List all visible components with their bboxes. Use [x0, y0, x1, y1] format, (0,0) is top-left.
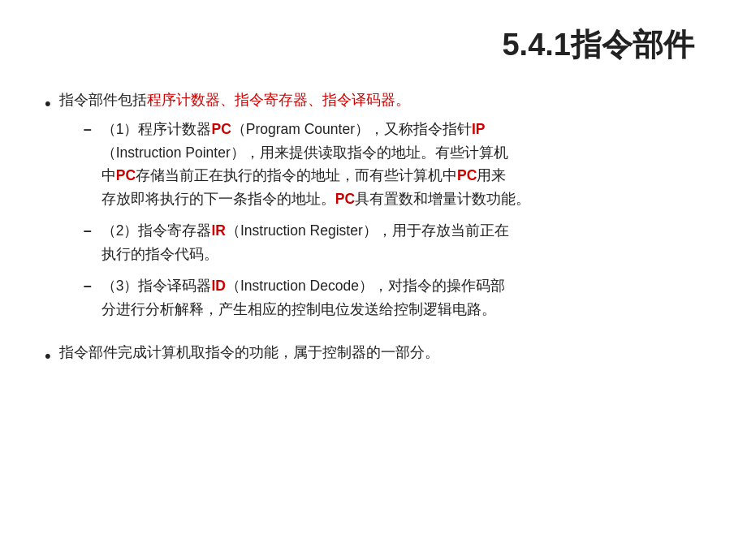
slide: 5.4.1指令部件 • 指令部件包括程序计数器、指令寄存器、指令译码器。 – （… — [0, 0, 747, 560]
sub3-id: ID — [211, 278, 226, 294]
bullet-dot-1: • — [45, 89, 51, 118]
bullet-text-1: 指令部件包括程序计数器、指令寄存器、指令译码器。 – （1）程序计数器PC（Pr… — [59, 88, 702, 330]
sub-text-2: （2）指令寄存器IR（Instruction Register），用于存放当前正… — [101, 219, 702, 266]
sub-dash-3: – — [84, 274, 92, 299]
bullet-item-2: • 指令部件完成计算机取指令的功能，属于控制器的一部分。 — [45, 341, 702, 371]
sub2-ir: IR — [211, 222, 226, 239]
sub1-pc: PC — [211, 121, 231, 137]
sub1-pc3: PC — [457, 167, 477, 183]
sub-dash-2: – — [84, 219, 92, 243]
sub-dash-1: – — [84, 118, 92, 142]
sub3-line1b: （Instruction Decode），对指令的操作码部 — [226, 278, 505, 294]
sub1-line4a: 存放即将执行的下一条指令的地址。 — [101, 191, 335, 207]
bullet-text-2: 指令部件完成计算机取指令的功能，属于控制器的一部分。 — [59, 341, 702, 365]
bullet1-highlight: 程序计数器、指令寄存器、指令译码器。 — [147, 92, 410, 108]
slide-title: 5.4.1指令部件 — [45, 24, 702, 66]
sub2-line1b: （Instruction Register），用于存放当前正在 — [226, 222, 509, 239]
bullet-dot-2: • — [45, 342, 51, 371]
bullet-item-1: • 指令部件包括程序计数器、指令寄存器、指令译码器。 – （1）程序计数器PC（… — [45, 88, 702, 330]
bullet1-prefix: 指令部件包括 — [59, 92, 147, 108]
sub1-ip: IP — [472, 121, 486, 137]
sub2-line2: 执行的指令代码。 — [101, 246, 218, 262]
sub-text-1: （1）程序计数器PC（Program Counter），又称指令指针IP （In… — [101, 118, 702, 212]
sub-items: – （1）程序计数器PC（Program Counter），又称指令指针IP （… — [84, 118, 702, 321]
sub1-line4b: 具有置数和增量计数功能。 — [355, 191, 530, 207]
sub1-line2: （Instruction Pointer），用来提供读取指令的地址。有些计算机 — [101, 144, 508, 161]
sub2-line1a: （2）指令寄存器 — [101, 222, 212, 239]
sub-item-3: – （3）指令译码器ID（Instruction Decode），对指令的操作码… — [84, 274, 702, 321]
sub-item-1: – （1）程序计数器PC（Program Counter），又称指令指针IP （… — [84, 118, 702, 212]
sub1-line3a: 中 — [101, 167, 116, 183]
sub1-line1-plain1: （1）程序计数器 — [101, 121, 212, 137]
sub1-line3b: 存储当前正在执行的指令的地址，而有些计算机中 — [136, 167, 457, 183]
sub-text-3: （3）指令译码器ID（Instruction Decode），对指令的操作码部 … — [101, 274, 702, 321]
sub1-line3c: 用来 — [477, 167, 506, 183]
sub3-line2: 分进行分析解释，产生相应的控制电位发送给控制逻辑电路。 — [101, 301, 496, 317]
sub1-pc4: PC — [335, 191, 355, 207]
sub1-pc2: PC — [116, 167, 136, 183]
sub-item-2: – （2）指令寄存器IR（Instruction Register），用于存放当… — [84, 219, 702, 266]
sub1-line1-plain2: （Program Counter），又称指令指针 — [231, 121, 472, 137]
sub3-line1a: （3）指令译码器 — [101, 278, 212, 294]
content-area: • 指令部件包括程序计数器、指令寄存器、指令译码器。 – （1）程序计数器PC（… — [45, 88, 702, 371]
